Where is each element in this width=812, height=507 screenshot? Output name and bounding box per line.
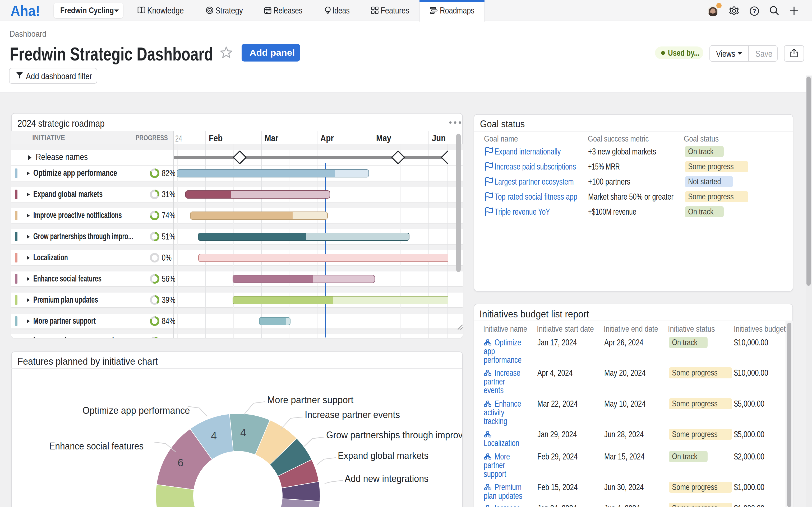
svg-text:?: ? — [753, 8, 756, 14]
